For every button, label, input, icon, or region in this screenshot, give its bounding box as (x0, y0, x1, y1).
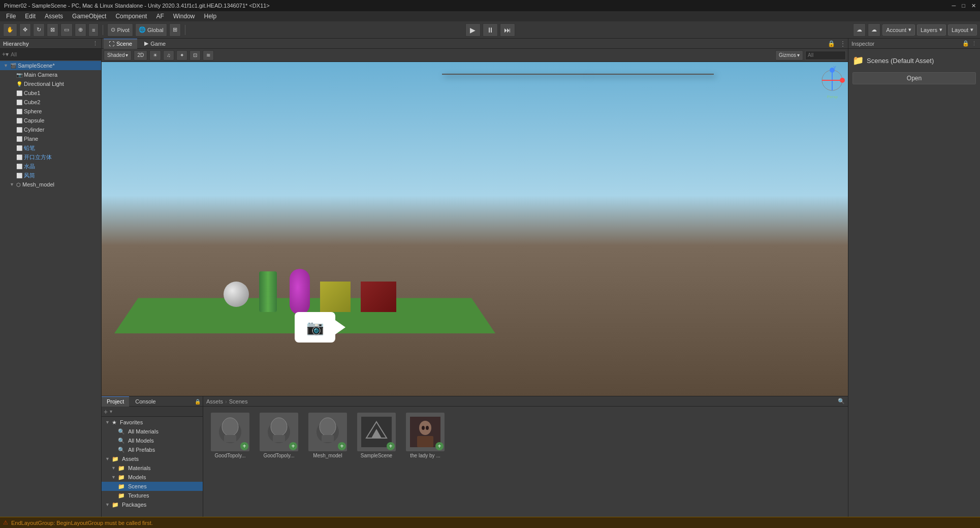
scene-viewport[interactable]: 📷 X Y Persp (102, 62, 848, 396)
scale-tool-btn[interactable]: ⊠ (47, 23, 58, 37)
scene-tab[interactable]: ⛶ Scene (104, 39, 137, 49)
add-asset-btn[interactable]: + (104, 408, 108, 416)
add-asset-chevron[interactable]: ▾ (110, 409, 112, 414)
menu-item-help[interactable]: Help (200, 12, 220, 21)
asset-add-btn[interactable]: + (240, 442, 248, 450)
hierarchy-item[interactable]: ⬜ Cube2 (0, 98, 101, 107)
project-tree-item[interactable]: 🔍 All Models (102, 436, 203, 445)
project-tree-item[interactable]: 📁 Textures (102, 491, 203, 500)
fx-btn[interactable]: ✦ (176, 50, 187, 60)
move-tool-btn[interactable]: ✥ (19, 23, 31, 37)
scene-lock-btn[interactable]: 🔒 (828, 40, 835, 47)
assets-breadcrumb-scenes[interactable]: Scenes (229, 398, 248, 405)
open-button[interactable]: Open (852, 72, 976, 84)
inspector-lock[interactable]: 🔒 (962, 40, 969, 47)
fog-btn[interactable]: ≋ (203, 50, 214, 60)
hierarchy-item[interactable]: ⬜ 水晶 (0, 162, 101, 171)
audio-btn[interactable]: ♫ (163, 50, 174, 60)
cloud-btn[interactable]: ☁ (868, 23, 880, 37)
hand-tool-btn[interactable]: ✋ (3, 23, 17, 37)
hierarchy-search-input[interactable] (11, 51, 99, 57)
inspector-resize-handle[interactable] (978, 39, 980, 528)
layout-dropdown[interactable]: Layout ▾ (948, 24, 977, 36)
asset-item[interactable]: + SampleScene (354, 411, 399, 460)
global-btn[interactable]: 🌐 Global (135, 23, 167, 37)
hierarchy-item[interactable]: ▼ 🎬 SampleScene* (0, 61, 101, 70)
step-btn[interactable]: ⏭ (500, 23, 515, 37)
hierarchy-item[interactable]: 💡 Directional Light (0, 79, 101, 88)
hierarchy-menu-btn[interactable]: ⋮ (92, 40, 98, 47)
pivot-btn[interactable]: ⊙ Pivot (107, 23, 133, 37)
menu-item-edit[interactable]: Edit (21, 12, 40, 21)
project-tree-item[interactable]: 📁 Scenes (102, 482, 203, 491)
console-tab[interactable]: Console (130, 396, 161, 407)
pause-btn[interactable]: ⏸ (483, 23, 498, 37)
project-tree-item[interactable]: 🔍 All Materials (102, 427, 203, 436)
asset-add-btn[interactable]: + (289, 442, 297, 450)
hierarchy-item[interactable]: ⬜ Cube1 (0, 88, 101, 98)
asset-thumbnail: + (308, 413, 347, 451)
project-tree-item[interactable]: ▼ 📁 Packages (102, 500, 203, 509)
maximize-btn[interactable]: □ (962, 3, 965, 9)
rotate-tool-btn[interactable]: ↻ (33, 23, 45, 37)
hierarchy-item[interactable]: ⬜ Sphere (0, 107, 101, 116)
asset-add-btn[interactable]: + (387, 442, 395, 450)
rect-tool-btn[interactable]: ▭ (60, 23, 73, 37)
asset-add-btn[interactable]: + (435, 442, 444, 450)
hierarchy-item[interactable]: 📷 Main Camera (0, 70, 101, 79)
tree-icon: ⬜ (16, 100, 22, 105)
asset-item[interactable]: + Mesh_model (305, 411, 351, 460)
project-tree-item[interactable]: ▼ 📁 Assets (102, 454, 203, 463)
menu-item-af[interactable]: AF (152, 12, 168, 21)
grid-btn[interactable]: ⊞ (169, 23, 181, 37)
menu-item-file[interactable]: File (2, 12, 20, 21)
hierarchy-item[interactable]: ⬜ Plane (0, 134, 101, 143)
hierarchy-item[interactable]: ⬜ Capsule (0, 116, 101, 125)
hierarchy-item[interactable]: ⬜ Cylinder (0, 125, 101, 134)
transform-tool-btn[interactable]: ⊕ (75, 23, 86, 37)
scene-search[interactable] (805, 51, 846, 60)
asset-item[interactable]: + GoodTopoly... (256, 411, 302, 460)
menu-item-assets[interactable]: Assets (41, 12, 67, 21)
project-tree-item[interactable]: ▼ 📁 Models (102, 473, 203, 482)
play-btn[interactable]: ▶ (465, 23, 481, 37)
context-menu (442, 74, 587, 75)
minimize-btn[interactable]: ─ (952, 3, 956, 9)
scene-menu-btn[interactable]: ⋮ (840, 40, 846, 47)
tree-icon: ⬜ (16, 109, 22, 114)
skybox-btn[interactable]: ⊡ (189, 50, 201, 60)
tree-label: 水晶 (24, 163, 35, 170)
close-btn[interactable]: ✕ (971, 3, 976, 9)
hierarchy-item[interactable]: ⬜ 开口立方体 (0, 152, 101, 162)
project-tree-item[interactable]: ▼ ★ Favorites (102, 418, 203, 427)
proj-arrow: ▼ (111, 475, 116, 480)
project-tab[interactable]: Project (102, 396, 129, 407)
project-lock[interactable]: 🔒 (195, 399, 203, 405)
layers-dropdown[interactable]: Layers ▾ (917, 24, 946, 36)
proj-icon: 📁 (118, 492, 125, 499)
2d-toggle[interactable]: 2D (134, 50, 147, 60)
menu-item-window[interactable]: Window (169, 12, 199, 21)
menu-item-component[interactable]: Component (111, 12, 151, 21)
svg-rect-22 (417, 436, 433, 447)
asset-add-btn[interactable]: + (338, 442, 346, 450)
proj-arrow: ▼ (105, 502, 110, 507)
assets-breadcrumb-root[interactable]: Assets (206, 398, 223, 405)
shading-dropdown[interactable]: Shaded ▾ (104, 50, 132, 60)
account-dropdown[interactable]: Account ▾ (882, 24, 915, 36)
hierarchy-item[interactable]: ⬜ 风筒 (0, 171, 101, 180)
asset-item[interactable]: + GoodTopoly... (207, 411, 253, 460)
menu-item-gameobject[interactable]: GameObject (68, 12, 110, 21)
project-tree-item[interactable]: ▼ 📁 Materials (102, 463, 203, 473)
collab-btn[interactable]: ☁ (853, 23, 866, 37)
lighting-btn[interactable]: ☀ (149, 50, 161, 60)
game-tab[interactable]: ▶ Game (139, 39, 171, 49)
hierarchy-item[interactable]: ⬜ 铅笔 (0, 143, 101, 152)
hierarchy-item[interactable]: ▼ ⬡ Mesh_model (0, 180, 101, 189)
asset-item[interactable]: + the lady by ... (402, 411, 448, 460)
project-tree-item[interactable]: 🔍 All Prefabs (102, 445, 203, 454)
assets-header: Assets › Scenes 🔍 (203, 396, 848, 407)
custom-tool-btn[interactable]: ≡ (88, 23, 99, 37)
inspector-menu[interactable]: ⋮ (971, 40, 977, 47)
gizmos-btn[interactable]: Gizmos ▾ (775, 50, 803, 60)
